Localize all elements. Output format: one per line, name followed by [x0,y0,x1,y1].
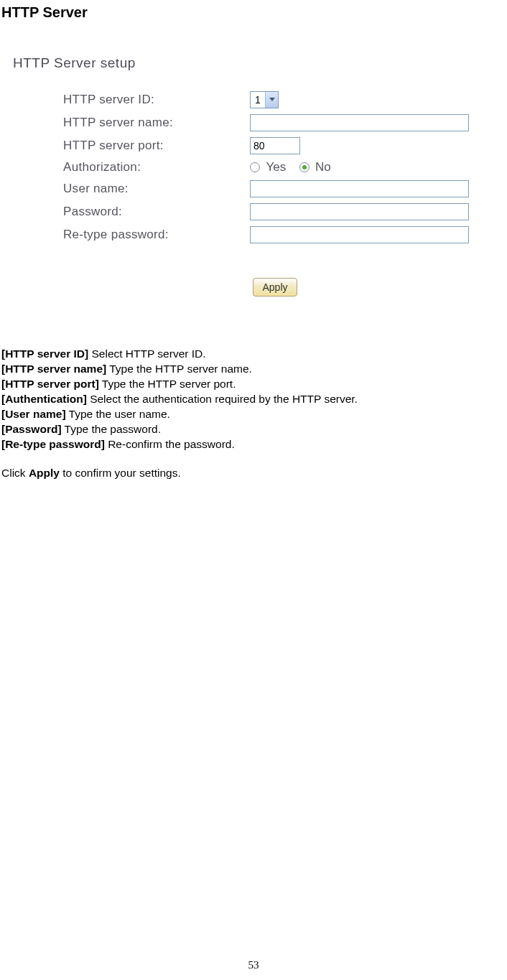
radio-yes[interactable] [250,162,260,172]
page-number: 53 [0,959,507,971]
label-password: Password: [63,205,250,219]
row-password: Password: [13,203,487,220]
desc-click-suffix: to confirm your settings. [60,467,181,479]
desc-server-name-key: [HTTP server name] [1,363,106,375]
row-retype-password: Re-type password: [13,226,487,243]
label-user-name: User name: [63,182,250,196]
row-server-name: HTTP server name: [13,114,487,131]
label-authorization: Authorization: [63,160,250,174]
page-heading: HTTP Server [0,4,507,21]
input-server-port[interactable] [250,137,300,154]
select-server-id-value: 1 [255,94,265,106]
desc-server-port-text: Type the HTTP server port. [99,378,236,390]
chevron-down-icon [265,92,278,108]
row-server-port: HTTP server port: [13,137,487,154]
desc-server-port-key: [HTTP server port] [1,378,99,390]
input-retype-password[interactable] [250,226,469,243]
desc-auth-text: Select the authentication required by th… [87,393,358,405]
desc-server-id-text: Select HTTP server ID. [88,347,205,360]
row-authorization: Authorization: Yes No [13,160,487,174]
desc-auth-key: [Authentication] [1,393,87,405]
label-server-port: HTTP server port: [63,139,250,153]
apply-button[interactable]: Apply [253,278,297,297]
label-server-id: HTTP server ID: [63,93,250,107]
select-server-id[interactable]: 1 [250,91,279,108]
row-user-name: User name: [13,180,487,197]
desc-server-name-text: Type the HTTP server name. [106,363,252,375]
input-server-name[interactable] [250,114,469,131]
desc-retype-key: [Re-type password] [1,438,105,450]
radio-no[interactable] [299,162,310,172]
input-user-name[interactable] [250,180,469,197]
apply-row: Apply [13,278,487,297]
input-password[interactable] [250,203,469,220]
desc-password-key: [Password] [1,423,62,435]
desc-retype-text: Re-confirm the password. [105,438,235,450]
radio-yes-label: Yes [266,160,286,174]
desc-server-id-key: [HTTP server ID] [1,347,88,360]
label-retype-password: Re-type password: [63,228,250,242]
setup-title: HTTP Server setup [13,55,487,71]
desc-user-name-text: Type the user name. [66,408,170,420]
http-server-setup-panel: HTTP Server setup HTTP server ID: 1 HTTP… [13,55,487,297]
label-server-name: HTTP server name: [63,116,250,130]
field-descriptions: [HTTP server ID] Select HTTP server ID. … [0,347,507,481]
desc-click-prefix: Click [1,467,29,479]
row-server-id: HTTP server ID: 1 [13,91,487,108]
radio-no-label: No [315,160,331,174]
desc-password-text: Type the password. [62,423,161,435]
auth-radio-group: Yes No [250,160,341,174]
desc-user-name-key: [User name] [1,408,66,420]
desc-click-apply: Apply [29,467,60,479]
